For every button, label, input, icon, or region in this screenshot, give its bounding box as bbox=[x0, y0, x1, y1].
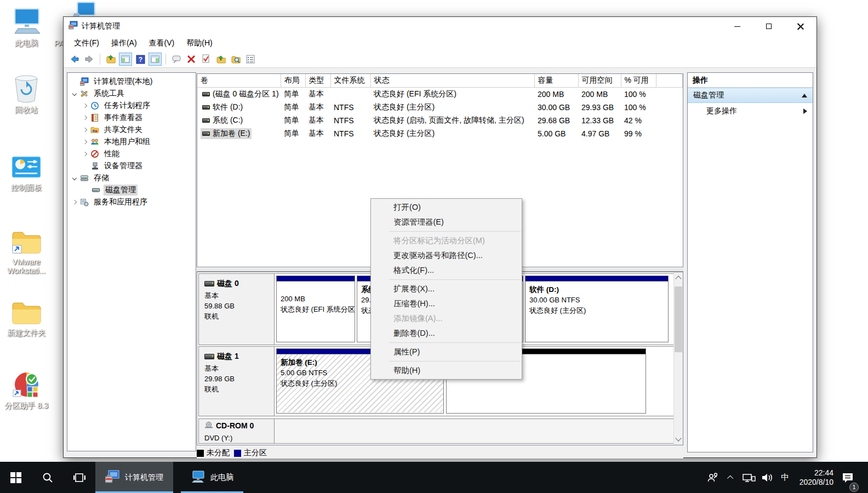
volume-icon bbox=[202, 118, 210, 123]
desktop-icon-this-pc[interactable]: 此电脑 bbox=[1, 8, 52, 48]
menu-help[interactable]: 帮助(H) bbox=[180, 36, 218, 50]
disk-0-label[interactable]: 磁盘 0 基本 59.88 GB 联机 bbox=[199, 274, 275, 345]
volume-row-efi[interactable]: (磁盘 0 磁盘分区 1) 简单基本 状态良好 (EFI 系统分区)200 MB… bbox=[197, 88, 683, 101]
col-capacity[interactable]: 容量 bbox=[534, 74, 578, 88]
menu-item-extend-volume[interactable]: 扩展卷(X)... bbox=[371, 282, 522, 296]
task-view-button[interactable] bbox=[64, 462, 95, 493]
people-icon[interactable] bbox=[706, 467, 720, 489]
storage-icon bbox=[80, 174, 89, 182]
desktop-icon-new-folder[interactable]: 新建文件夹 bbox=[1, 297, 52, 338]
taskbar-app-this-pc[interactable]: 此电脑 bbox=[181, 462, 243, 493]
chevron-down-icon[interactable] bbox=[72, 176, 77, 180]
menu-item-explorer[interactable]: 资源管理器(E) bbox=[371, 215, 522, 230]
menu-item-properties[interactable]: 属性(P) bbox=[371, 345, 522, 359]
ime-indicator[interactable]: 中 bbox=[778, 467, 792, 489]
col-status[interactable]: 状态 bbox=[370, 74, 534, 88]
chevron-right-icon[interactable] bbox=[83, 140, 87, 144]
scroll-up-icon[interactable] bbox=[675, 276, 681, 282]
volume-row-c[interactable]: 系统 (C:) 简单基本NTFS 状态良好 (启动, 页面文件, 故障转储, 主… bbox=[197, 114, 683, 127]
notification-center-icon[interactable]: 1 bbox=[841, 467, 855, 489]
tree-item-event-viewer[interactable]: 事件查看器 bbox=[67, 112, 196, 124]
desktop-icon-control-panel[interactable]: 控制面板 bbox=[1, 152, 52, 193]
menu-item-shrink-volume[interactable]: 压缩卷(H)... bbox=[371, 296, 522, 311]
scroll-thumb[interactable] bbox=[675, 286, 682, 352]
close-button[interactable] bbox=[785, 17, 816, 36]
network-icon[interactable] bbox=[742, 467, 756, 489]
volume-row-e-selected[interactable]: 新加卷 (E:) 简单基本NTFS 状态良好 (主分区)5.00 GB4.97 … bbox=[197, 127, 683, 140]
tree-item-performance[interactable]: 性能 bbox=[67, 148, 196, 160]
search-button[interactable] bbox=[32, 462, 64, 493]
tree-item-system-tools[interactable]: 系统工具 bbox=[67, 88, 196, 100]
menu-item-change-drive-letter[interactable]: 更改驱动器号和路径(C)... bbox=[371, 248, 522, 263]
taskbar-app-computer-management[interactable]: 计算机管理 bbox=[95, 462, 173, 493]
col-filesystem[interactable]: 文件系统 bbox=[330, 74, 370, 88]
col-layout[interactable]: 布局 bbox=[281, 74, 305, 88]
list-details-icon[interactable] bbox=[244, 53, 257, 66]
chevron-right-icon[interactable] bbox=[83, 128, 87, 132]
col-type[interactable]: 类型 bbox=[305, 74, 330, 88]
minimize-button[interactable] bbox=[721, 17, 753, 36]
menu-item-help[interactable]: 帮助(H) bbox=[371, 363, 522, 378]
tree-item-computer-management[interactable]: 计算机管理(本地) bbox=[67, 76, 196, 88]
menu-separator bbox=[389, 361, 521, 362]
export-list-icon[interactable] bbox=[104, 53, 117, 66]
disk-view-scrollbar[interactable] bbox=[673, 272, 683, 445]
script-check-icon[interactable] bbox=[199, 53, 213, 66]
desktop-icon-recycle-bin[interactable]: 回收站 bbox=[1, 74, 52, 115]
volume-icon[interactable] bbox=[760, 467, 774, 489]
tree-item-storage[interactable]: 存储 bbox=[67, 172, 196, 184]
menu-action[interactable]: 操作(A) bbox=[105, 36, 143, 50]
tree-item-task-scheduler[interactable]: 任务计划程序 bbox=[67, 100, 196, 112]
collapse-icon[interactable] bbox=[802, 94, 807, 98]
tree-item-device-manager[interactable]: 设备管理器 bbox=[67, 160, 196, 172]
titlebar[interactable]: 计算机管理 bbox=[64, 17, 816, 36]
tree-item-local-users-groups[interactable]: 本地用户和组 bbox=[67, 136, 196, 148]
disk-1-label[interactable]: 磁盘 1 基本 29.98 GB 联机 bbox=[199, 347, 275, 416]
menu-file[interactable]: 文件(F) bbox=[68, 36, 105, 50]
disk-icon bbox=[204, 354, 214, 359]
submenu-arrow-icon[interactable] bbox=[803, 108, 807, 114]
folder-search-icon[interactable] bbox=[229, 53, 242, 66]
taskbar-clock[interactable]: 22:44 2020/8/10 bbox=[796, 468, 837, 487]
chevron-down-icon[interactable] bbox=[72, 91, 77, 96]
chevron-right-icon[interactable] bbox=[72, 200, 77, 204]
maximize-button[interactable] bbox=[753, 17, 785, 36]
partition-d[interactable]: 软件 (D:) 30.00 GB NTFS 状态良好 (主分区) bbox=[525, 276, 669, 342]
delete-x-icon[interactable] bbox=[185, 53, 198, 66]
col-free-space[interactable]: 可用空间 bbox=[578, 74, 621, 88]
menu-view[interactable]: 查看(V) bbox=[143, 36, 181, 50]
close-icon bbox=[797, 23, 804, 30]
folder-up-icon[interactable] bbox=[214, 53, 227, 66]
chevron-right-icon[interactable] bbox=[83, 104, 87, 108]
menu-item-open[interactable]: 打开(O) bbox=[371, 200, 522, 215]
more-actions-item[interactable]: 更多操作 bbox=[688, 103, 813, 119]
chevron-right-icon[interactable] bbox=[83, 152, 87, 156]
desktop-icon-partition-assistant[interactable]: 分区助手 8.3 bbox=[1, 370, 52, 411]
show-console-tree-icon[interactable] bbox=[119, 53, 132, 66]
tree-item-shared-folders[interactable]: 共享文件夹 bbox=[67, 124, 196, 136]
tools-icon bbox=[80, 89, 89, 98]
forward-icon[interactable] bbox=[83, 53, 96, 66]
back-icon[interactable] bbox=[68, 53, 81, 66]
partial-desktop-icon-label: PA bbox=[54, 39, 64, 48]
help-icon[interactable]: ? bbox=[134, 53, 147, 66]
volume-row-d[interactable]: 软件 (D:) 简单基本NTFS 状态良好 (主分区)30.00 GB29.93… bbox=[197, 101, 683, 114]
menu-item-format[interactable]: 格式化(F)... bbox=[371, 263, 522, 278]
chevron-up-icon[interactable] bbox=[724, 467, 738, 489]
col-volume[interactable]: 卷 bbox=[197, 74, 281, 88]
show-action-pane-icon[interactable] bbox=[149, 53, 162, 66]
start-button[interactable] bbox=[0, 462, 32, 493]
cdrom-label[interactable]: CD-ROM 0 DVD (Y:) bbox=[199, 419, 275, 443]
scroll-down-icon[interactable] bbox=[675, 435, 681, 441]
menu-item-delete-volume[interactable]: 删除卷(D)... bbox=[371, 326, 522, 341]
actions-group-disk-management[interactable]: 磁盘管理 bbox=[688, 88, 813, 103]
balloon-tip-icon[interactable] bbox=[170, 53, 183, 66]
chevron-right-icon[interactable] bbox=[83, 116, 87, 120]
taskbar: 计算机管理 此电脑 中 22:44 2020/8/1 bbox=[0, 462, 868, 493]
tree-item-disk-management[interactable]: 磁盘管理 bbox=[67, 184, 196, 196]
tree-item-services-applications[interactable]: 服务和应用程序 bbox=[67, 196, 196, 208]
desktop-icon-vmware-folder[interactable]: VMware Workstati... bbox=[1, 227, 52, 275]
this-pc-app-icon bbox=[191, 470, 205, 485]
partition-efi[interactable]: 200 MB 状态良好 (EFI 系统分区) bbox=[276, 276, 355, 342]
col-percent-free[interactable]: % 可用 bbox=[621, 74, 656, 88]
